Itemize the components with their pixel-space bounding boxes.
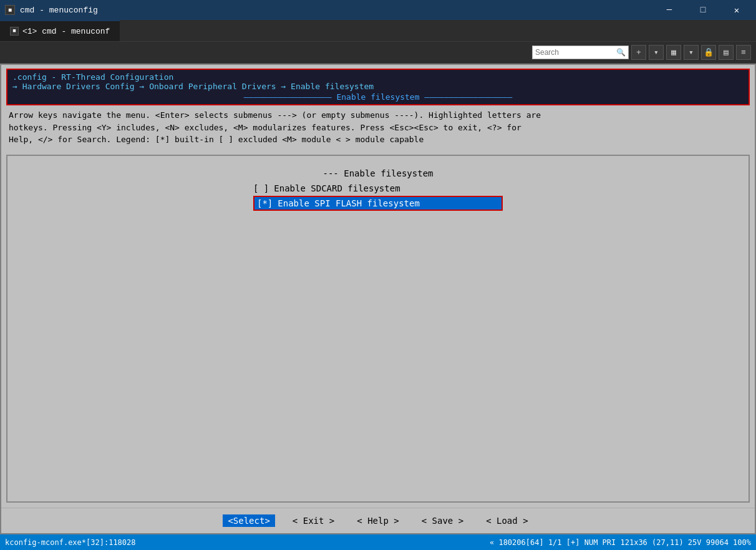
titlebar: ■ cmd - menuconfig ─ □ ✕ — [0, 0, 756, 20]
help-text-area: Arrow keys navigate the menu. <Enter> se… — [1, 105, 755, 150]
add-dropdown-button[interactable]: ▾ — [649, 45, 664, 60]
breadcrumb-center-title: —————————————————— Enable filesystem ———… — [12, 92, 744, 102]
app-icon: ■ — [5, 5, 15, 15]
sdcard-bracket: [ ] — [253, 183, 269, 193]
monitor-button[interactable]: ▦ — [666, 45, 681, 60]
spiflash-label: Enable SPI FLASH filesystem — [278, 198, 420, 208]
menu-box: --- Enable filesystem [ ] Enable SDCARD … — [6, 155, 750, 503]
add-button[interactable]: + — [631, 45, 646, 60]
help-line2: hotkeys. Pressing <Y> includes, <N> excl… — [9, 122, 747, 134]
monitor-dropdown-button[interactable]: ▾ — [684, 45, 699, 60]
search-icon: 🔍 — [616, 48, 626, 57]
help-line1: Arrow keys navigate the menu. <Enter> se… — [9, 109, 747, 122]
breadcrumb-title-text: Enable filesystem — [336, 92, 419, 102]
statusbar-right: « 180206[64] 1/1 [+] NUM PRI 121x36 (27,… — [490, 538, 751, 547]
load-button[interactable]: < Load > — [481, 514, 533, 527]
toolbar: 🔍 + ▾ ▦ ▾ 🔒 ▤ ≡ — [0, 42, 756, 64]
button-bar: <Select> < Exit > < Help > < Save > < Lo… — [1, 508, 755, 533]
columns-button[interactable]: ▤ — [719, 45, 734, 60]
breadcrumb-config: .config - RT-Thread Configuration — [12, 72, 744, 82]
menu-header: --- Enable filesystem — [322, 168, 433, 178]
search-input[interactable] — [535, 48, 616, 57]
search-box[interactable]: 🔍 — [532, 46, 629, 59]
save-button[interactable]: < Save > — [417, 514, 468, 527]
menu-item-spiflash[interactable]: [*] Enable SPI FLASH filesystem — [253, 196, 503, 211]
breadcrumb-bar: .config - RT-Thread Configuration → Hard… — [6, 69, 750, 105]
menu-button[interactable]: ≡ — [736, 45, 751, 60]
help-button[interactable]: < Help > — [352, 514, 404, 527]
select-button[interactable]: <Select> — [223, 514, 274, 527]
maximize-button[interactable]: □ — [689, 0, 717, 20]
exit-button[interactable]: < Exit > — [288, 514, 339, 527]
lock-button[interactable]: 🔒 — [701, 45, 716, 60]
spiflash-bracket: [*] — [257, 198, 273, 208]
close-button[interactable]: ✕ — [722, 0, 751, 20]
tab-label: <1> cmd - menuconf — [22, 27, 110, 36]
statusbar-left: kconfig-mconf.exe*[32]:118028 — [5, 538, 136, 547]
breadcrumb-path: → Hardware Drivers Config → Onboard Peri… — [12, 82, 744, 91]
tab-icon: ■ — [10, 27, 19, 36]
sdcard-label: Enable SDCARD filesystem — [274, 183, 400, 193]
menu-item-sdcard[interactable]: [ ] Enable SDCARD filesystem — [253, 183, 503, 193]
minimize-button[interactable]: ─ — [655, 0, 684, 20]
window-title: cmd - menuconfig — [20, 6, 650, 15]
menuconfig-area: --- Enable filesystem [ ] Enable SDCARD … — [1, 150, 755, 508]
active-tab[interactable]: ■ <1> cmd - menuconf — [0, 20, 120, 41]
help-line3: Help, </> for Search. Legend: [*] built-… — [9, 133, 747, 146]
tab-bar: ■ <1> cmd - menuconf — [0, 20, 756, 42]
statusbar: kconfig-mconf.exe*[32]:118028 « 180206[6… — [0, 534, 756, 550]
main-window: .config - RT-Thread Configuration → Hard… — [0, 64, 756, 534]
